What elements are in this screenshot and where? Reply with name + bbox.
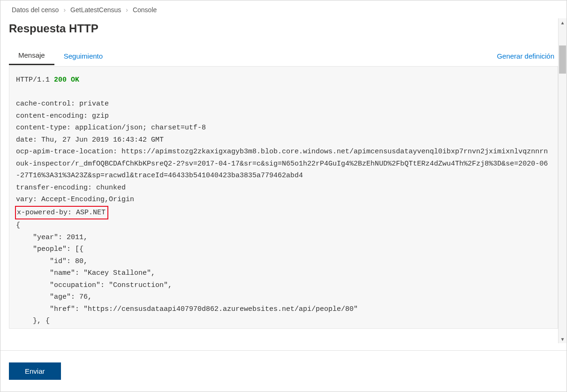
chevron-right-icon: › [63, 6, 66, 14]
generate-definition-link[interactable]: Generar definición [497, 52, 558, 60]
tab-message[interactable]: Mensaje [9, 46, 54, 65]
http-response-body[interactable]: HTTP/1.1 200 OK cache-control: private c… [9, 66, 558, 329]
response-json-body: { "year": 2011, "people": [{ "id": 80, "… [16, 221, 358, 325]
header-transfer-encoding: transfer-encoding: chunked [16, 184, 126, 192]
vertical-scrollbar[interactable]: ▲ ▼ [558, 18, 567, 343]
tab-tracking[interactable]: Seguimiento [54, 47, 112, 65]
response-status: 200 OK [54, 76, 79, 84]
breadcrumb: Datos del censo › GetLatestCensus › Cons… [0, 0, 567, 18]
scroll-down-icon[interactable]: ▼ [559, 335, 567, 343]
header-ocp-apim-trace: ocp-apim-trace-location: https://apimsto… [16, 148, 548, 180]
header-cache-control: cache-control: private [16, 100, 109, 108]
tab-bar: Mensaje Seguimiento Generar definición [9, 46, 558, 65]
header-x-powered-by-highlighted: x-powered-by: ASP.NET [15, 206, 108, 220]
header-vary: vary: Accept-Encoding,Origin [16, 196, 134, 204]
breadcrumb-item-3: Console [133, 6, 157, 14]
header-content-type: content-type: application/json; charset=… [16, 124, 206, 132]
scroll-thumb[interactable] [559, 45, 566, 74]
breadcrumb-item-1[interactable]: Datos del censo [12, 6, 59, 14]
header-content-encoding: content-encoding: gzip [16, 112, 109, 120]
footer-bar: Enviar [0, 350, 567, 392]
scroll-area: Respuesta HTTP Mensaje Seguimiento Gener… [0, 18, 567, 343]
scroll-up-icon[interactable]: ▲ [559, 18, 567, 27]
app-window: Datos del censo › GetLatestCensus › Cons… [0, 0, 567, 392]
chevron-right-icon: › [126, 6, 128, 14]
content-area: Respuesta HTTP Mensaje Seguimiento Gener… [0, 18, 567, 329]
breadcrumb-item-2[interactable]: GetLatestCensus [70, 6, 121, 14]
send-button[interactable]: Enviar [9, 362, 61, 380]
header-date: date: Thu, 27 Jun 2019 16:43:42 GMT [16, 136, 164, 144]
page-title: Respuesta HTTP [9, 18, 558, 46]
response-protocol: HTTP/1.1 [16, 76, 50, 84]
